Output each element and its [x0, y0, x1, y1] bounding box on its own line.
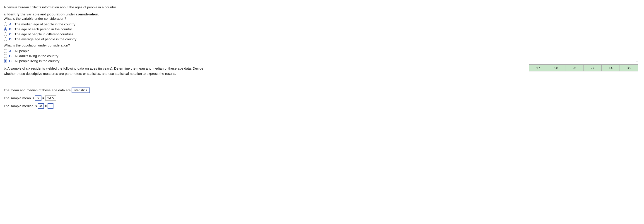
variable-letter-b: B. — [9, 27, 13, 31]
population-radio-c[interactable] — [4, 59, 7, 63]
mean-line: The sample mean is x = 24.5 . — [4, 95, 638, 101]
mean-symbol-box[interactable]: x — [35, 95, 42, 101]
mean-median-line: The mean and median of these age data ar… — [4, 88, 638, 93]
intro-text: A census bureau collects information abo… — [4, 5, 638, 9]
section-b: b. A sample of six residents yielded the… — [4, 66, 638, 109]
variable-radio-d[interactable] — [4, 37, 7, 41]
section-a-label-text: Identify the variable and population und… — [8, 12, 99, 16]
statistics-dropdown[interactable]: statistics — [72, 88, 90, 93]
data-table-container: □ 17 28 25 27 14 36 — [529, 64, 638, 71]
data-cell-5: 36 — [620, 65, 638, 71]
population-radio-a[interactable] — [4, 49, 7, 53]
median-value-box[interactable] — [48, 103, 54, 109]
median-line: The sample median is M = . — [4, 103, 638, 109]
variable-text-d: The average age of people in the country — [14, 37, 76, 41]
variable-option-c[interactable]: C. The age of people in different countr… — [4, 32, 638, 36]
data-cell-3: 27 — [584, 65, 602, 71]
median-dot: . — [54, 104, 55, 108]
median-symbol-m: M — [40, 104, 42, 108]
population-question: What is the population under considerati… — [4, 43, 638, 47]
population-letter-c: C. — [9, 59, 13, 63]
population-text-b: All adults living in the country — [14, 54, 58, 58]
population-options: A. All people B. All adults living in th… — [4, 49, 638, 63]
mean-dot: . — [57, 96, 58, 100]
variable-radio-b[interactable] — [4, 28, 7, 31]
variable-radio-c[interactable] — [4, 33, 7, 36]
mean-symbol-x: x — [38, 96, 39, 100]
section-a-letter: a. — [4, 12, 6, 16]
median-equals: = — [44, 104, 47, 108]
population-letter-a: A. — [9, 49, 13, 53]
variable-option-d[interactable]: D. The average age of people in the coun… — [4, 37, 638, 41]
variable-text-c: The age of people in different countries — [14, 32, 74, 36]
mean-prefix: The sample mean is — [4, 96, 34, 100]
variable-question: What is the variable under consideration… — [4, 17, 638, 21]
data-cell-0: 17 — [529, 65, 547, 71]
section-a: a. Identify the variable and population … — [4, 12, 638, 63]
population-text-a: All people — [14, 49, 30, 53]
variable-radio-a[interactable] — [4, 23, 7, 26]
variable-letter-a: A. — [9, 22, 13, 26]
population-option-c[interactable]: C. All people living in the country — [4, 59, 638, 63]
population-radio-b[interactable] — [4, 54, 7, 58]
median-symbol-box[interactable]: M — [38, 103, 44, 109]
mean-equals: = — [42, 96, 44, 100]
data-cell-2: 25 — [566, 65, 584, 71]
variable-option-b[interactable]: B. The age of each person in the country — [4, 27, 638, 31]
variable-letter-c: C. — [9, 32, 13, 36]
section-b-description: A sample of six residents yielded the fo… — [4, 66, 203, 76]
section-b-text: b. A sample of six residents yielded the… — [4, 66, 208, 76]
variable-text-a: The median age of people in the country — [14, 22, 76, 26]
data-cell-4: 14 — [602, 65, 620, 71]
section-b-label: b. — [4, 66, 6, 70]
mean-median-prefix: The mean and median of these age data ar… — [4, 88, 71, 92]
data-cell-1: 28 — [547, 65, 566, 71]
variable-letter-d: D. — [9, 37, 13, 41]
mean-value-box[interactable]: 24.5 — [45, 95, 56, 101]
section-a-label: a. Identify the variable and population … — [4, 12, 638, 16]
population-option-a[interactable]: A. All people — [4, 49, 638, 53]
median-prefix: The sample median is — [4, 104, 37, 108]
mean-median-suffix: . — [90, 88, 92, 92]
corner-icon: □ — [636, 60, 638, 64]
population-option-b[interactable]: B. All adults living in the country — [4, 54, 638, 58]
variable-text-b: The age of each person in the country — [14, 27, 72, 31]
variable-options: A. The median age of people in the count… — [4, 22, 638, 41]
population-letter-b: B. — [9, 54, 13, 58]
data-table: 17 28 25 27 14 36 — [529, 64, 638, 71]
population-text-c: All people living in the country — [14, 59, 59, 63]
variable-option-a[interactable]: A. The median age of people in the count… — [4, 22, 638, 26]
